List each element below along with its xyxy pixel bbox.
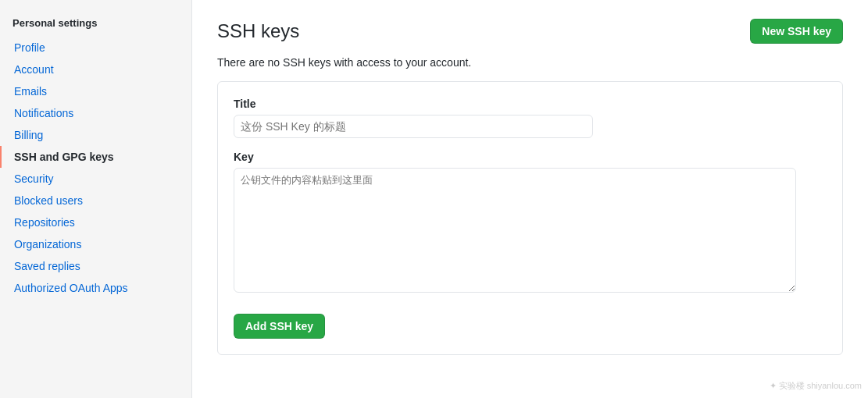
sidebar-item-organizations[interactable]: Organizations: [0, 233, 191, 255]
title-form-group: Title: [234, 98, 827, 138]
sidebar-item-saved-replies[interactable]: Saved replies: [0, 255, 191, 277]
title-input[interactable]: [234, 115, 593, 138]
add-ssh-key-button[interactable]: Add SSH key: [234, 314, 325, 339]
page-title: SSH keys: [217, 20, 299, 42]
main-header: SSH keys New SSH key: [217, 19, 843, 44]
no-keys-message: There are no SSH keys with access to you…: [217, 56, 843, 69]
key-label: Key: [234, 151, 827, 163]
sidebar: Personal settings Profile Account Emails…: [0, 0, 192, 398]
key-form-group: Key: [234, 151, 827, 295]
sidebar-item-oauth-apps[interactable]: Authorized OAuth Apps: [0, 277, 191, 299]
title-label: Title: [234, 98, 827, 110]
sidebar-item-repositories[interactable]: Repositories: [0, 211, 191, 233]
sidebar-item-notifications[interactable]: Notifications: [0, 102, 191, 124]
sidebar-item-blocked-users[interactable]: Blocked users: [0, 190, 191, 211]
sidebar-title: Personal settings: [0, 12, 191, 37]
sidebar-item-profile[interactable]: Profile: [0, 37, 191, 59]
key-textarea[interactable]: [234, 168, 796, 293]
sidebar-item-emails[interactable]: Emails: [0, 80, 191, 102]
sidebar-item-ssh-gpg-keys[interactable]: SSH and GPG keys: [0, 146, 191, 168]
ssh-key-form: Title Key Add SSH key: [217, 81, 843, 355]
main-content: SSH keys New SSH key There are no SSH ke…: [192, 0, 868, 398]
sidebar-item-account[interactable]: Account: [0, 59, 191, 80]
new-ssh-key-button[interactable]: New SSH key: [750, 19, 843, 44]
sidebar-item-security[interactable]: Security: [0, 168, 191, 190]
sidebar-item-billing[interactable]: Billing: [0, 124, 191, 146]
watermark: ✦ 实验楼 shiyanlou.com: [770, 380, 862, 392]
